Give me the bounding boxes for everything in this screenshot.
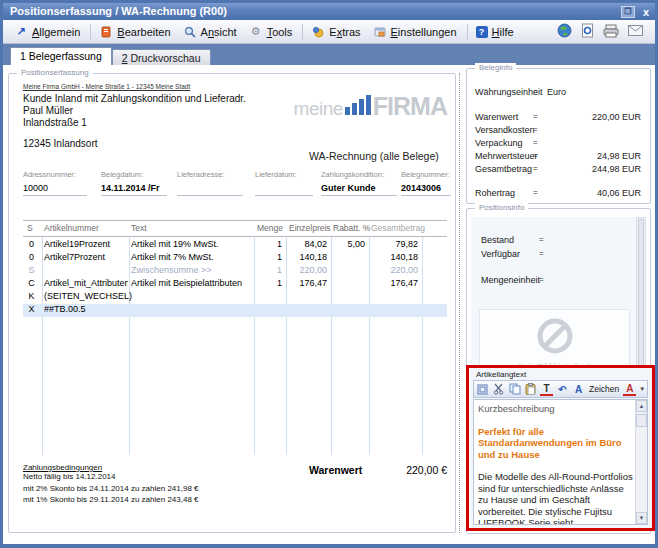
copy-icon[interactable] xyxy=(508,383,521,396)
col-header-einzelpreis[interactable]: Einzelpreis xyxy=(289,223,331,235)
field-zahlungskondition[interactable]: Zahlungskondition: Guter Kunde xyxy=(321,170,397,196)
document-info-icon[interactable] xyxy=(581,23,594,40)
menu-einstellungen[interactable]: Einstellungen xyxy=(368,23,464,40)
logo-word-firma: FIRMA xyxy=(373,92,447,120)
menu-tools[interactable]: ⚙ Tools xyxy=(244,23,300,40)
title-bar: Positionserfassung / WA-Rechnung (R00) ❐… xyxy=(3,3,655,20)
scrollbar-thumb[interactable] xyxy=(636,414,647,427)
artikellangtext-label: Artikellangtext xyxy=(476,370,526,379)
menu-separator xyxy=(302,24,303,40)
menu-bar: ↗ Allgemein Bearbeiten Ansicht ⚙ Tools E… xyxy=(3,20,655,44)
positionserfassung-group: Positionserfassung Meine Firma GmbH - Me… xyxy=(8,73,456,533)
highlight-text: Perfekt für alle Standardanwendungen im … xyxy=(478,426,633,461)
table-header-top-line xyxy=(23,220,447,221)
beleginfo-group: Beleginfo Währungseinheit=Euro Warenwert… xyxy=(466,68,651,204)
zeichen-label[interactable]: Zeichen xyxy=(589,384,619,394)
highlight-annotation: Artikellangtext T ↶ A Zeichen A ▼ I Kurz… xyxy=(466,365,655,531)
total-label: Warenwert xyxy=(309,464,362,476)
globe-icon[interactable] xyxy=(557,23,572,40)
payment-line: mit 1% Skonto bis 29.11.2014 zu zahlen 2… xyxy=(23,495,199,505)
undo-icon[interactable]: ↶ xyxy=(556,383,569,396)
menu-allgemein[interactable]: ↗ Allgemein xyxy=(9,23,87,40)
langtext-toolbar: T ↶ A Zeichen A ▼ I xyxy=(473,380,648,398)
print-icon[interactable] xyxy=(603,24,619,40)
info-row-bestand: Bestand= xyxy=(481,235,639,247)
company-logo: meineFIRMA xyxy=(277,92,447,121)
font-color-icon[interactable]: A xyxy=(623,383,636,396)
paste-icon[interactable] xyxy=(524,383,537,396)
table-header-bottom-line xyxy=(23,236,447,237)
payment-terms-heading: Zahlungsbedingungen xyxy=(23,463,102,472)
menu-separator xyxy=(90,24,91,40)
kurzbeschreibung-text: Kurzbeschreibung xyxy=(478,403,633,415)
field-lieferdatum[interactable]: Lieferdatum: xyxy=(255,170,313,196)
total-value: 220,00 € xyxy=(406,464,447,476)
format-text-icon[interactable]: T xyxy=(540,383,553,396)
col-header-artikelnummer[interactable]: Artikelnummer xyxy=(44,223,99,235)
field-lieferadresse[interactable]: Lieferadresse: xyxy=(177,170,243,196)
document-type: WA-Rechnung (alle Belege) xyxy=(309,150,439,162)
table-row-subtotal[interactable]: SZwischensumme >>1220,00220,00 xyxy=(9,265,455,278)
info-row-versandkosten: Versandkosten= xyxy=(475,125,643,137)
payment-line: Netto fällig bis 14.12.2014 xyxy=(23,472,116,482)
col-header-s[interactable]: S xyxy=(27,223,33,235)
font-icon[interactable]: A xyxy=(572,383,585,396)
table-row-selected[interactable]: X ##TB.00.5 Artikelbeschreibung 2 Textba… xyxy=(23,304,447,317)
field-belegdatum[interactable]: Belegdatum: 14.11.2014 /Fr xyxy=(101,170,167,196)
langtext-editor[interactable]: Kurzbeschreibung Perfekt für alle Standa… xyxy=(473,399,648,525)
info-row-verfuegbar: Verfügbar= xyxy=(481,249,639,261)
content-area: Positionserfassung Meine Firma GmbH - Me… xyxy=(3,65,655,544)
address-line2: Paul Müller xyxy=(23,105,73,117)
logo-word-meine: meine xyxy=(294,98,343,119)
langtext-content: Kurzbeschreibung Perfekt für alle Standa… xyxy=(478,403,633,524)
menu-separator xyxy=(467,24,468,40)
col-header-menge[interactable]: Menge xyxy=(257,223,283,235)
logo-bars-icon xyxy=(345,95,371,115)
info-row-gesamtbetrag: Gesamtbetrag=244,98 EUR xyxy=(475,164,643,176)
info-row-mehrwertsteuer: Mehrwertsteuer=24,98 EUR xyxy=(475,151,643,163)
cut-icon[interactable] xyxy=(492,383,505,396)
info-row-rohertrag: Rohertrag=40,06 EUR xyxy=(475,188,643,200)
tab-druckvorschau[interactable]: 2 Druckvorschau xyxy=(112,49,211,65)
address-line1: Kunde Inland mit Zahlungskondition und L… xyxy=(23,93,246,105)
group-label: Positionserfassung xyxy=(17,68,93,77)
tab-strip: 1 Belegerfassung 2 Druckvorschau xyxy=(3,44,655,65)
field-adressnummer[interactable]: Adressnummer: 10000 xyxy=(23,170,87,196)
table-row[interactable]: 0Artikel19ProzentArtikel mit 19% MwSt.18… xyxy=(9,239,455,252)
tab-belegerfassung[interactable]: 1 Belegerfassung xyxy=(10,47,112,65)
info-row-mengeneinheit: Mengeneinheit= xyxy=(481,275,639,287)
group-label: Positionsinfo xyxy=(475,203,528,212)
mail-icon[interactable] xyxy=(628,25,643,38)
col-header-text[interactable]: Text xyxy=(131,223,147,235)
no-image-icon xyxy=(535,316,575,356)
info-row-waehrung: Währungseinheit=Euro xyxy=(475,87,643,99)
table-row[interactable]: K(SEITEN_WECHSEL) xyxy=(9,291,455,304)
magnifier-icon xyxy=(183,25,197,38)
extras-icon xyxy=(311,25,325,38)
close-window-icon[interactable]: x xyxy=(640,5,652,19)
group-label: Beleginfo xyxy=(475,63,516,72)
table-row[interactable]: CArtikel_mit_AttributenArtikel mit Beisp… xyxy=(9,278,455,291)
edit-notebook-icon xyxy=(99,25,113,38)
address-line3: Inlandstraße 1 xyxy=(23,117,87,129)
scroll-down-icon[interactable]: ▼ xyxy=(636,512,647,524)
menu-extras[interactable]: Extras xyxy=(306,23,367,40)
table-row[interactable]: 0Artikel7ProzentArtikel mit 7% MwSt.1140… xyxy=(9,252,455,265)
window-title: Positionserfassung / WA-Rechnung (R00) xyxy=(10,5,227,17)
settings-panel-icon xyxy=(373,25,387,38)
menu-hilfe[interactable]: ? Hilfe xyxy=(471,24,521,40)
menu-ansicht[interactable]: Ansicht xyxy=(178,23,244,40)
col-header-gesamtbetrag[interactable]: Gesamtbetrag xyxy=(371,223,425,235)
vertical-splitter[interactable] xyxy=(459,73,464,533)
editor-scrollbar[interactable]: ▲ ▼ xyxy=(635,400,647,524)
field-belegnummer[interactable]: Belegnummer: 20143006 xyxy=(401,170,451,196)
font-color-dropdown-icon[interactable]: ▼ xyxy=(639,386,645,392)
col-header-rabatt[interactable]: Rabatt. % xyxy=(333,223,370,235)
equals-sign: = xyxy=(533,87,538,96)
resize-icon[interactable] xyxy=(476,383,489,396)
scroll-up-icon[interactable]: ▲ xyxy=(636,400,647,412)
arrow-up-right-icon: ↗ xyxy=(14,25,28,38)
info-row-verpackung: Verpackung= xyxy=(475,138,643,150)
restore-window-icon[interactable]: ❐ xyxy=(621,6,635,18)
menu-bearbeiten[interactable]: Bearbeiten xyxy=(94,23,177,40)
